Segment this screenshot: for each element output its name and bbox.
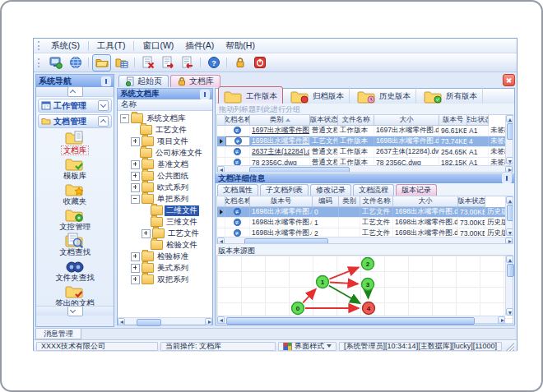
pin-icon[interactable]	[502, 173, 512, 183]
version-node-1[interactable]: 1	[317, 276, 329, 288]
detail-tab-修改记录[interactable]: 修改记录	[310, 184, 351, 196]
display-icon[interactable]	[46, 54, 65, 71]
collapse-minus-icon[interactable]	[120, 114, 129, 123]
column-header-文件名称[interactable]: 文件名称	[360, 196, 393, 207]
tree-column-header[interactable]: 名称	[118, 99, 212, 111]
scroll-track[interactable]	[225, 238, 505, 244]
tree-node[interactable]: 检验标准	[120, 251, 212, 262]
menu-item[interactable]: 系统(S)	[45, 39, 86, 53]
chevron-up-icon[interactable]	[67, 86, 83, 97]
column-header-版本状态[interactable]: 版本状态	[458, 196, 485, 207]
menu-item[interactable]: 插件(A)	[179, 39, 220, 53]
scroll-thumb[interactable]	[507, 123, 513, 140]
tree-node[interactable]: 公共图纸	[120, 170, 212, 182]
version-node-0[interactable]: 0	[292, 302, 304, 315]
tree-node[interactable]: 系统文档库	[120, 113, 212, 124]
sidebar-item-模板库[interactable]: 模板库	[36, 154, 114, 180]
tree-node[interactable]: 单把系列	[120, 193, 212, 205]
scroll-thumb[interactable]	[249, 167, 350, 173]
grid-row[interactable]: 1698出水嘴零件图.dwg0工艺文件1698出水嘴零件图.dwg73.00KB…	[217, 207, 513, 218]
pin-icon[interactable]	[101, 76, 111, 86]
tab-message-manager[interactable]: 消息管理	[35, 329, 81, 339]
scroll-thumb[interactable]	[137, 319, 161, 326]
tree-node[interactable]: 项目文件	[120, 136, 212, 147]
scroll-up-icon[interactable]	[506, 256, 513, 263]
scroll-track[interactable]	[506, 204, 513, 228]
scroll-left-icon[interactable]	[217, 166, 225, 173]
vertical-scrollbar[interactable]	[505, 256, 513, 316]
resize-grip[interactable]	[505, 342, 514, 351]
scroll-track[interactable]	[225, 166, 505, 173]
scroll-thumb[interactable]	[244, 238, 328, 244]
column-header-类别[interactable]: 类别	[250, 115, 310, 126]
help-icon[interactable]: ?	[204, 54, 223, 71]
sidebar-item-文件夹查找[interactable]: 文件夹查找	[36, 256, 114, 282]
detail-tab-文档属性[interactable]: 文档属性	[217, 184, 258, 196]
column-header-签出状态[interactable]: 签出状态	[467, 115, 489, 126]
scroll-left-icon[interactable]	[217, 238, 225, 244]
scroll-track[interactable]	[125, 318, 205, 325]
lock-icon[interactable]	[230, 54, 249, 71]
doc-delete-icon[interactable]	[138, 54, 157, 71]
version-node-2[interactable]: 2	[362, 258, 374, 270]
sidebar-item-文控管理[interactable]: 文控管理	[36, 205, 114, 231]
scroll-track[interactable]	[506, 263, 513, 308]
globe-icon[interactable]	[66, 54, 85, 71]
grid-row[interactable]: 78 2356C.dwg普通文档工作版本78 2356C.dwg182.15KB…	[217, 158, 513, 165]
sidebar-item-收藏夹[interactable]: 收藏夹	[36, 180, 114, 205]
chevron-up-icon[interactable]	[98, 116, 109, 127]
tree-node[interactable]: 三维文件	[120, 216, 212, 228]
menu-item[interactable]: 帮助(H)	[220, 39, 261, 53]
grid-row[interactable]: 2637主体(12284).dwg普通文档工作版本2637主体(12284).d…	[217, 147, 513, 158]
folder-open-icon[interactable]	[92, 54, 111, 71]
tree-node[interactable]: 美式系列	[120, 262, 212, 274]
tree-node[interactable]: 公司标准文件	[120, 147, 212, 159]
tab-起始页[interactable]: 起始页	[118, 75, 169, 87]
column-header-类别[interactable]: 类别	[339, 196, 360, 207]
grid-row[interactable]: 1698出水嘴零件图.dwg1工艺文件1698出水嘴零件图.dwg73.00KB…	[217, 218, 513, 228]
scroll-up-icon[interactable]	[506, 196, 513, 204]
scroll-thumb[interactable]	[507, 205, 513, 221]
style-dropdown[interactable]: 界面样式	[278, 342, 336, 351]
scroll-down-icon[interactable]	[506, 228, 513, 236]
column-header-编码[interactable]: 编码	[313, 196, 339, 207]
menu-item[interactable]: 窗口(W)	[137, 39, 179, 53]
scroll-right-icon[interactable]	[205, 318, 212, 325]
scroll-left-icon[interactable]	[217, 316, 225, 324]
tree-node[interactable]: 工艺文件	[120, 228, 212, 239]
sidebar-item-文档库[interactable]: 文档库	[36, 129, 114, 154]
scroll-track[interactable]	[506, 122, 513, 157]
scroll-right-icon[interactable]	[498, 316, 505, 324]
expand-plus-icon[interactable]	[131, 172, 140, 181]
tree-node[interactable]: 欧式系列	[120, 182, 212, 193]
sidebar-group-work[interactable]: 工作管理	[38, 99, 112, 113]
sidebar-item-签出的文档[interactable]: 签出的文档	[36, 282, 114, 307]
tree-node[interactable]: 工艺文件	[120, 124, 212, 136]
expand-plus-icon[interactable]	[131, 183, 140, 192]
column-header-大小[interactable]: 大小	[393, 196, 458, 207]
expand-plus-icon[interactable]	[131, 160, 140, 169]
grid-row[interactable]: 1697出水嘴零件图.dwg普通文档工作版本1697出水嘴零件图.dwg96.6…	[217, 126, 513, 136]
scroll-track[interactable]	[225, 316, 498, 323]
tree-node[interactable]: 双把系列	[120, 274, 212, 285]
detail-tab-版本记录[interactable]: 版本记录	[396, 184, 437, 196]
expand-plus-icon[interactable]	[131, 264, 140, 273]
collapse-minus-icon[interactable]	[131, 195, 140, 204]
sidebar-item-文档查找[interactable]: 文档查找	[36, 231, 114, 256]
column-header-文档名称[interactable]: 文档名称	[225, 115, 250, 126]
horizontal-scrollbar[interactable]	[118, 317, 212, 325]
doc-import-icon[interactable]	[178, 54, 197, 71]
vertical-scrollbar[interactable]	[505, 196, 513, 236]
horizontal-scrollbar[interactable]	[217, 165, 513, 173]
close-icon[interactable]	[503, 74, 515, 86]
version-node-4[interactable]: 4	[363, 302, 375, 315]
scroll-left-icon[interactable]	[118, 318, 125, 325]
doc-export-icon[interactable]	[158, 54, 177, 71]
tab-文档库[interactable]: 文档库	[170, 75, 220, 87]
scroll-down-icon[interactable]	[506, 157, 513, 164]
folder-table-icon[interactable]	[112, 54, 131, 71]
sidebar-scroll-up[interactable]	[36, 87, 114, 97]
grid-row[interactable]: 1698出水嘴零件图.dwg工艺文件工作版本1698出水嘴零件图.dwg73.7…	[217, 136, 513, 147]
version-node-3[interactable]: 3	[362, 279, 374, 291]
column-header-文档名称[interactable]: 文档名称	[225, 196, 250, 207]
